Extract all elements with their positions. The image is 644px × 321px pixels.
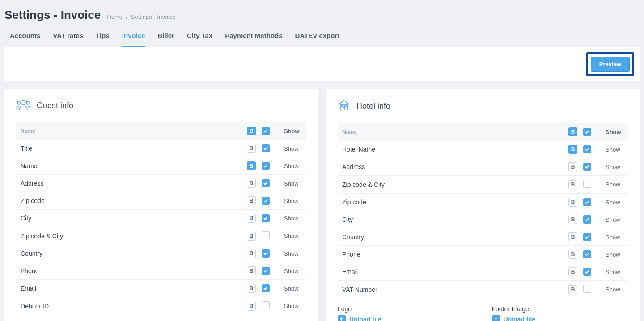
show-label: Show bbox=[601, 228, 628, 246]
bold-toggle[interactable]: B bbox=[247, 144, 256, 153]
show-checkbox[interactable] bbox=[262, 284, 270, 292]
bold-toggle[interactable]: B bbox=[247, 249, 256, 258]
field-label: Title bbox=[16, 140, 241, 157]
card-title-label: Hotel info bbox=[356, 101, 390, 111]
field-label: VAT Number bbox=[338, 281, 563, 299]
show-label: Show bbox=[280, 297, 306, 315]
field-label: Hotel Name bbox=[338, 141, 563, 158]
svg-rect-6 bbox=[343, 108, 345, 110]
bold-toggle[interactable]: B bbox=[568, 145, 577, 154]
bold-toggle[interactable]: B bbox=[247, 266, 256, 275]
field-label: Address bbox=[338, 158, 563, 176]
preview-highlight-box: Preview bbox=[586, 52, 634, 76]
field-label: City bbox=[16, 210, 241, 227]
show-label: Show bbox=[601, 281, 628, 299]
tab-invoice[interactable]: Invoice bbox=[122, 32, 145, 47]
breadcrumb-item[interactable]: Settings - Invoice bbox=[131, 13, 176, 20]
breadcrumb-separator: / bbox=[126, 13, 128, 20]
table-row: PhoneBShow bbox=[16, 262, 306, 280]
show-label: Show bbox=[280, 210, 306, 227]
bold-toggle-all[interactable]: B bbox=[568, 127, 577, 136]
show-checkbox[interactable] bbox=[262, 249, 270, 258]
show-checkbox[interactable] bbox=[583, 215, 591, 224]
show-checkbox[interactable] bbox=[262, 197, 270, 205]
bold-toggle[interactable]: B bbox=[568, 250, 577, 259]
show-checkbox[interactable] bbox=[262, 301, 270, 309]
show-checkbox[interactable] bbox=[262, 162, 270, 170]
show-label: Show bbox=[601, 211, 628, 228]
bold-toggle-all[interactable]: B bbox=[247, 127, 256, 135]
show-label: Show bbox=[280, 175, 306, 192]
card-title-label: Guest info bbox=[37, 101, 73, 110]
bold-toggle[interactable]: B bbox=[247, 302, 256, 311]
table-row: Zip codeBShow bbox=[338, 194, 628, 211]
show-label: Show bbox=[280, 227, 306, 245]
bold-toggle[interactable]: B bbox=[247, 179, 256, 188]
bold-toggle[interactable]: B bbox=[568, 232, 577, 241]
hotel-info-card: Hotel info Name B Show Hotel NameBS bbox=[326, 89, 640, 321]
column-header-show: Show bbox=[280, 122, 306, 140]
field-label: Email bbox=[16, 280, 241, 297]
table-row: PhoneBShow bbox=[338, 246, 628, 263]
tab-city-tax[interactable]: City Tax bbox=[187, 32, 212, 47]
table-row: NameBShow bbox=[16, 157, 306, 175]
bold-toggle[interactable]: B bbox=[568, 215, 577, 224]
show-checkbox[interactable] bbox=[262, 179, 270, 187]
bold-toggle[interactable]: B bbox=[247, 161, 256, 170]
table-row: Zip code & CityBShow bbox=[338, 176, 628, 194]
field-label: Zip code bbox=[16, 192, 241, 210]
show-label: Show bbox=[280, 157, 306, 175]
show-checkbox[interactable] bbox=[583, 198, 591, 206]
tab-biller[interactable]: Biller bbox=[157, 32, 174, 47]
show-checkbox[interactable] bbox=[583, 163, 591, 171]
tab-tips[interactable]: Tips bbox=[96, 32, 110, 47]
show-checkbox[interactable] bbox=[583, 268, 591, 276]
table-row: Zip codeBShow bbox=[16, 192, 306, 210]
bold-toggle[interactable]: B bbox=[247, 284, 256, 293]
bold-toggle[interactable]: B bbox=[247, 196, 256, 205]
table-row: EmailBShow bbox=[16, 280, 306, 297]
field-label: Debitor ID bbox=[16, 297, 241, 315]
show-checkbox[interactable] bbox=[262, 267, 270, 275]
svg-rect-5 bbox=[345, 106, 346, 107]
bold-toggle[interactable]: B bbox=[568, 162, 577, 171]
show-toggle-all[interactable] bbox=[583, 128, 591, 136]
table-row: AddressBShow bbox=[16, 175, 306, 192]
show-toggle-all[interactable] bbox=[262, 127, 270, 135]
show-label: Show bbox=[601, 141, 628, 158]
bold-toggle[interactable]: B bbox=[247, 232, 256, 241]
show-checkbox[interactable] bbox=[583, 145, 591, 153]
field-label: Zip code bbox=[338, 194, 563, 211]
footer-upload-button[interactable]: Upload file bbox=[492, 315, 628, 321]
footer-upload-title: Footer Image bbox=[492, 305, 628, 313]
bold-toggle[interactable]: B bbox=[568, 285, 577, 294]
bold-toggle[interactable]: B bbox=[568, 267, 577, 276]
table-row: VAT NumberBShow bbox=[338, 281, 628, 299]
field-label: Email bbox=[338, 263, 563, 281]
tab-datev-export[interactable]: DATEV export bbox=[295, 32, 340, 47]
show-label: Show bbox=[601, 246, 628, 263]
tab-payment-methods[interactable]: Payment Methods bbox=[225, 32, 282, 47]
show-label: Show bbox=[280, 280, 306, 297]
show-checkbox[interactable] bbox=[583, 233, 591, 241]
show-checkbox[interactable] bbox=[583, 180, 591, 188]
field-label: Country bbox=[16, 245, 241, 262]
show-checkbox[interactable] bbox=[262, 144, 270, 152]
column-header-name: Name bbox=[338, 123, 563, 141]
bold-toggle[interactable]: B bbox=[247, 214, 256, 223]
show-checkbox[interactable] bbox=[583, 250, 591, 258]
table-row: EmailBShow bbox=[338, 263, 628, 281]
tab-vat-rates[interactable]: VAT rates bbox=[53, 32, 83, 47]
preview-button[interactable]: Preview bbox=[591, 57, 630, 72]
tab-accounts[interactable]: Accounts bbox=[10, 32, 40, 47]
logo-upload-button[interactable]: Upload file bbox=[338, 315, 474, 321]
breadcrumb-item[interactable]: Home bbox=[107, 13, 123, 20]
column-header-show: Show bbox=[601, 123, 628, 141]
bold-toggle[interactable]: B bbox=[568, 198, 577, 207]
table-row: AddressBShow bbox=[338, 158, 628, 176]
show-checkbox[interactable] bbox=[583, 285, 591, 293]
logo-upload-title: Logo bbox=[338, 305, 474, 313]
bold-toggle[interactable]: B bbox=[568, 180, 577, 189]
show-checkbox[interactable] bbox=[262, 231, 270, 239]
show-checkbox[interactable] bbox=[262, 214, 270, 222]
